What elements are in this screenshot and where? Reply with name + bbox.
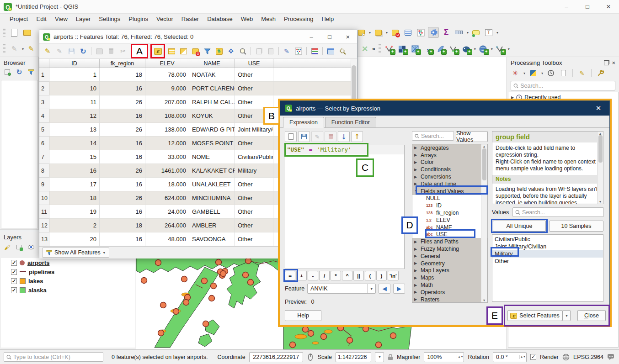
table-cell[interactable]: KALAKAKET CR... [189,164,235,178]
table-cell[interactable]: 2 [49,219,100,232]
table-cell[interactable]: 24.000 [145,205,189,219]
close-button[interactable]: × [339,30,357,43]
statistics-icon[interactable] [415,27,426,38]
import-expressions-icon[interactable]: ⭣ [338,131,350,142]
table-cell[interactable]: 78.000 [145,68,189,82]
new-expression-icon[interactable] [285,131,297,142]
expand-arrow-icon[interactable]: ▶ [414,247,419,251]
table-cell[interactable]: 16 [100,232,145,246]
table-row[interactable]: 111878.000NOATAKOther [39,68,357,82]
expression-editor[interactable]: "USE" = 'Military' [285,145,405,269]
filter-browser-icon[interactable] [27,68,36,77]
render-checkbox[interactable]: ✓ [530,354,536,360]
tree-item-null[interactable]: NULL [412,195,487,202]
cut-features-icon[interactable]: ✂ [117,46,128,57]
layer-checkbox[interactable]: ✓ [11,269,17,275]
toolbar-grip[interactable] [3,28,5,37]
function-search[interactable] [412,131,454,141]
mouse-extent-icon[interactable] [307,353,314,361]
row-number[interactable]: 3 [39,95,49,109]
add-feature-icon[interactable] [94,46,105,57]
dock-table-icon[interactable] [325,46,336,57]
help-button[interactable]: Help [285,310,321,321]
expand-arrow-icon[interactable]: ▶ [414,240,419,244]
operator-button[interactable]: '\n' [388,271,399,280]
operator-button[interactable]: ^ [342,271,352,280]
operator-button[interactable]: - [308,271,318,280]
scroll-up-icon[interactable]: ▲ [599,132,602,135]
manage-map-themes-icon[interactable] [27,243,36,252]
minimize-button[interactable]: – [302,30,320,43]
add-delimited-text-icon[interactable]: , [422,43,433,54]
layer-checkbox[interactable]: ✓ [11,278,17,284]
table-cell[interactable]: MOSES POINT [189,137,235,150]
row-number[interactable]: 8 [39,164,49,178]
epsg-label[interactable]: EPSG:2964 [573,354,603,360]
add-spatialite-layer-icon[interactable] [435,43,446,54]
tree-item-color[interactable]: ▶Color [412,159,487,166]
tree-item-operators[interactable]: ▶Operators [412,289,487,296]
table-cell[interactable]: 16 [100,82,145,95]
text-annotation-icon[interactable]: T [483,27,494,38]
table-cell[interactable]: KOYUK [189,109,235,123]
table-cell[interactable]: 11 [49,95,100,109]
value-item-other[interactable]: Other [492,258,603,265]
scroll-down-icon[interactable]: ▼ [599,200,602,203]
table-settings-icon[interactable] [337,46,348,57]
tree-item-general[interactable]: ▶General [412,253,487,260]
add-wms-layer-icon[interactable] [478,43,489,54]
row-number[interactable]: 10 [39,191,49,205]
feature-combo[interactable]: ANVIK ▼ [307,284,376,294]
help-scrollbar[interactable]: ▲▼ [597,132,603,204]
column-header-elev[interactable]: ELEV [145,59,189,68]
lock-scale-icon[interactable] [388,354,393,360]
measure-icon[interactable] [454,27,464,38]
table-cell[interactable]: 207.000 [145,95,189,109]
table-cell[interactable]: 48.000 [145,232,189,246]
save-expression-icon[interactable] [298,131,310,142]
expand-arrow-icon[interactable]: ▶ [414,160,419,164]
table-cell[interactable]: 20 [49,232,100,246]
edit-expression-icon[interactable]: ✎ [311,131,323,142]
table-cell[interactable]: Other [235,82,273,95]
table-cell[interactable]: 264.000 [145,219,189,232]
add-mesh-layer-icon[interactable] [410,43,421,54]
expand-arrow-icon[interactable]: ▶ [414,276,419,280]
processing-gear-icon[interactable] [428,27,439,38]
edit-features-inplace-icon[interactable]: ✎ [577,69,587,78]
open-project-icon[interactable] [21,27,32,38]
select-by-expression-icon[interactable]: ε [152,46,163,57]
tree-item-fk-region[interactable]: 123fk_region [412,209,487,216]
row-number[interactable]: 13 [39,232,49,246]
multiedit-icon[interactable]: ✎ [54,46,65,57]
table-cell[interactable]: Other [235,191,273,205]
expand-arrow-icon[interactable]: ▶ [414,283,419,287]
previous-feature-button[interactable]: ◀ [379,284,390,294]
save-edits-icon[interactable] [66,46,77,57]
layer-checkbox[interactable]: ✓ [11,287,17,293]
row-number[interactable]: 1 [39,68,49,82]
table-cell[interactable]: MINCHUMINA [189,191,235,205]
tree-item-conditionals[interactable]: ▶Conditionals [412,166,487,173]
table-cell[interactable]: 14 [49,137,100,150]
float-panel-icon[interactable] [604,60,609,65]
table-cell[interactable]: Other [235,205,273,219]
menu-web[interactable]: Web [237,15,257,23]
layer-checkbox[interactable]: ✓ [11,260,17,266]
spin-arrows-icon[interactable]: ▲▼ [457,355,464,359]
table-cell[interactable]: Civilian/Public [235,150,273,164]
table-cell[interactable]: 13 [49,123,100,137]
table-cell[interactable]: SAVOONGA [189,232,235,246]
tree-item-conversions[interactable]: ▶Conversions [412,173,487,180]
copy-selection-icon[interactable] [253,46,264,57]
tree-item-maps[interactable]: ▶Maps [412,274,487,281]
column-header-fk-region[interactable]: fk_region [100,59,145,68]
table-cell[interactable]: 19 [49,205,100,219]
row-number[interactable]: 7 [39,150,49,164]
ten-samples-button[interactable]: 10 Samples [549,221,603,232]
style-manager-icon[interactable]: 🖌︎ [3,243,12,252]
table-cell[interactable]: 18 [100,68,145,82]
layer-item-airports[interactable]: ✓airports [1,258,135,267]
operator-button[interactable]: * [331,271,341,280]
table-cell[interactable]: NOATAK [189,68,235,82]
